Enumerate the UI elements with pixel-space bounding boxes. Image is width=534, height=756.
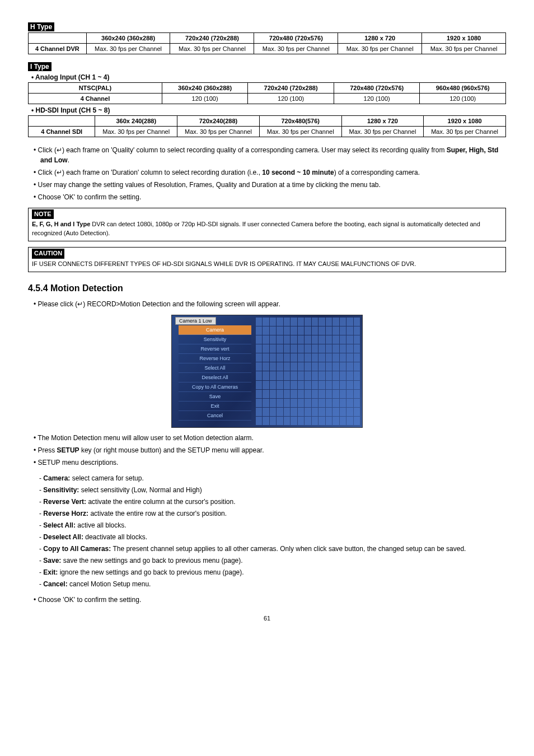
- td: Max. 30 fps per Channel: [259, 127, 341, 137]
- setup-list: Camera: select camera for setup.Sensitiv…: [39, 473, 506, 589]
- list-item: SETUP menu descriptions.: [34, 458, 506, 468]
- th: 1920 x 1080: [424, 116, 506, 127]
- td: Max. 30 fps per Channel: [170, 44, 254, 54]
- list-item: Choose 'OK' to confirm the setting.: [34, 192, 506, 202]
- hdsdi-table: 360x 240(288) 720x240(288) 720x480(576) …: [28, 115, 506, 137]
- bullet-list-1: Click (↵) each frame on 'Quality' column…: [34, 145, 506, 202]
- td: 120 (100): [162, 94, 248, 104]
- th: 360x 240(288): [95, 116, 177, 127]
- note-text: E, F, G, H and I Type DVR can detect 108…: [32, 221, 480, 236]
- th: 1280 x 720: [338, 33, 422, 44]
- h-type-table: 360x240 (360x288) 720x240 (720x288) 720x…: [28, 32, 506, 54]
- caution-text: IF USER CONNECTS DIFFERENT TYPES OF HD-S…: [32, 260, 416, 267]
- note-label: NOTE: [32, 209, 54, 219]
- th: 720x240(288): [177, 116, 260, 127]
- th: 360x240 (360x288): [86, 33, 170, 44]
- list-item: Reverse Horz: activate the entire row at…: [39, 508, 506, 519]
- i-type-label: I Type: [28, 62, 51, 71]
- list-item: Deselect All: deactivate all blocks.: [39, 532, 506, 542]
- td: Max. 30 fps per Channel: [95, 127, 177, 137]
- td: Max. 30 fps per Channel: [424, 127, 506, 137]
- th: 720x480(576): [259, 116, 341, 127]
- td: 4 Channel: [29, 94, 162, 104]
- list-item: Save: save the new settings and go back …: [39, 556, 506, 566]
- fig-menu-item: Save: [179, 392, 251, 402]
- section-intro: Please click (↵) RECORD>Motion Detection…: [34, 299, 506, 309]
- note-box: NOTE E, F, G, H and I Type DVR can detec…: [28, 208, 506, 241]
- caution-label: CAUTION: [32, 249, 64, 258]
- list-item: Camera: select camera for setup.: [39, 473, 506, 483]
- td: 4 Channel DVR: [29, 44, 87, 54]
- fig-menu-item: Reverse Horz: [179, 354, 251, 363]
- th: 720x240 (720x288): [248, 83, 334, 94]
- list-item: Click (↵) each frame on 'Quality' column…: [34, 145, 506, 165]
- th: [29, 33, 87, 44]
- th: 1280 x 720: [341, 116, 424, 127]
- list-item: Cancel: cancel Motion Setup menu.: [39, 579, 506, 589]
- fig-menu-item: Reverse vert: [179, 344, 251, 354]
- motion-figure: Camera 1 Low CameraSensitivityReverse ve…: [28, 315, 506, 430]
- bullet-list-2: The Motion Detection menu will allow use…: [34, 433, 506, 468]
- fig-menu-item: Sensitivity: [179, 335, 251, 344]
- list-item: Exit: ignore the new settings and go bac…: [39, 567, 506, 577]
- td: Max. 30 fps per Channel: [341, 127, 424, 137]
- fig-menu-item: Copy to All Cameras: [179, 382, 251, 392]
- th: 720x480 (720x576): [254, 33, 338, 44]
- td: Max. 30 fps per Channel: [338, 44, 422, 54]
- list-item: Select All: active all blocks.: [39, 520, 506, 530]
- hdsdi-heading: • HD-SDI Input (CH 5 ~ 8): [31, 106, 506, 114]
- th: 720x480 (720x576): [334, 83, 420, 94]
- fig-menu-item: Exit: [179, 402, 251, 411]
- td: 120 (100): [248, 94, 334, 104]
- td: 120 (100): [420, 94, 506, 104]
- section-intro-wrap: Please click (↵) RECORD>Motion Detection…: [34, 299, 506, 309]
- list-item: Choose 'OK' to confirm the setting.: [34, 595, 506, 605]
- caution-box: CAUTION IF USER CONNECTS DIFFERENT TYPES…: [28, 247, 506, 272]
- list-item: Press SETUP key (or right mouse button) …: [34, 445, 506, 455]
- td: Max. 30 fps per Channel: [254, 44, 338, 54]
- th: 360x240 (360x288): [162, 83, 248, 94]
- td: Max. 30 fps per Channel: [86, 44, 170, 54]
- fig-menu: CameraSensitivityReverse vertReverse Hor…: [179, 325, 251, 421]
- fig-menu-item: Cancel: [179, 411, 251, 421]
- list-item: Click (↵) each frame on 'Duration' colum…: [34, 167, 506, 178]
- section-title: 4.5.4 Motion Detection: [28, 283, 506, 293]
- list-item: Copy to All Cameras: The present channel…: [39, 544, 506, 554]
- list-item: User may change the setting values of Re…: [34, 180, 506, 190]
- h-type-label: H Type: [28, 22, 54, 31]
- bullet-list-3: Choose 'OK' to confirm the setting.: [34, 595, 506, 605]
- th: 960x480 (960x576): [420, 83, 506, 94]
- analog-table: NTSC(PAL) 360x240 (360x288) 720x240 (720…: [28, 82, 506, 104]
- fig-top-label: Camera 1 Low: [175, 317, 216, 325]
- th: NTSC(PAL): [29, 83, 162, 94]
- td: 120 (100): [334, 94, 420, 104]
- th: 720x240 (720x288): [170, 33, 254, 44]
- page-number: 61: [28, 615, 506, 622]
- list-item: The Motion Detection menu will allow use…: [34, 433, 506, 443]
- fig-grid: [256, 318, 360, 425]
- td: Max. 30 fps per Channel: [177, 127, 260, 137]
- td: 4 Channel SDI: [29, 127, 95, 137]
- fig-menu-item: Deselect All: [179, 373, 251, 382]
- fig-menu-item: Select All: [179, 363, 251, 373]
- analog-heading: • Analog Input (CH 1 ~ 4): [31, 73, 506, 81]
- list-item: Sensitivity: select sensitivity (Low, No…: [39, 485, 506, 495]
- td: Max. 30 fps per Channel: [422, 44, 506, 54]
- list-item: Reverse Vert: activate the entire column…: [39, 497, 506, 507]
- th: 1920 x 1080: [422, 33, 506, 44]
- fig-menu-item: Camera: [179, 325, 251, 335]
- th: [29, 116, 95, 127]
